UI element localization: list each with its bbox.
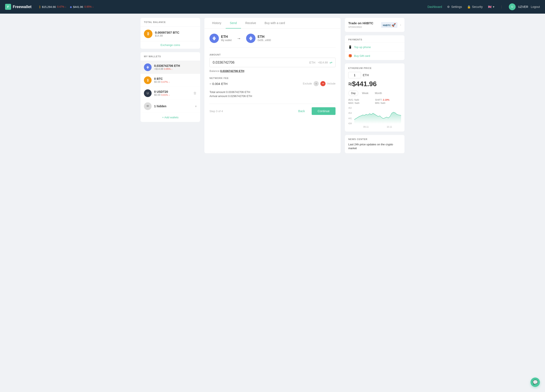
exclude-label: Exclude bbox=[303, 82, 312, 85]
price-tab-week[interactable]: Week bbox=[359, 91, 371, 96]
btc-wallet-icon: ₿ bbox=[144, 76, 152, 84]
hitbtc-label: Trade on HitBTC SPONSORED bbox=[348, 21, 378, 29]
balance-line: Balance 0.0336742706 ETH bbox=[210, 69, 335, 73]
balance-info: 0.00097307 BTC $14.88 bbox=[155, 31, 179, 37]
fee-plus-button[interactable]: + bbox=[314, 81, 319, 86]
chat-button[interactable]: 💬 bbox=[531, 378, 540, 387]
btc-circle-icon: ₿ bbox=[144, 30, 152, 38]
swap-icon[interactable]: ⇌ bbox=[329, 61, 332, 64]
delete-wallet-icon[interactable]: 🗑 bbox=[193, 91, 197, 95]
price-stats: AVG: NaN SHIFT: 2.19% MAX: NaN MIN: NaN bbox=[348, 98, 401, 104]
usdt-wallet-icon: U bbox=[144, 89, 152, 97]
amount-input-row[interactable]: 0.0336742706 ETH ≈$14.88 ⇌ bbox=[210, 58, 335, 67]
fee-row: − 0.004 ETH Exclude + − Include bbox=[210, 81, 335, 86]
logo-text: Freewallet bbox=[13, 5, 31, 9]
gift-card-item[interactable]: 🎁 Buy Gift card bbox=[345, 51, 404, 60]
news-panel: NEWS CENTER Last 24h price updates on th… bbox=[345, 135, 404, 153]
to-address: 0x09...e900 bbox=[258, 39, 271, 42]
language-selector[interactable]: 🇬🇧 ▾ bbox=[488, 5, 494, 8]
tab-receive[interactable]: Receive bbox=[241, 18, 260, 29]
left-column: TOTAL BALANCE ₿ 0.00097307 BTC $14.88 Ex… bbox=[141, 18, 200, 153]
fee-minus-button[interactable]: − bbox=[320, 81, 326, 86]
logo: F Freewallet bbox=[5, 4, 31, 10]
to-wallet-icon bbox=[246, 34, 255, 43]
btc-price-change: 0.47% ↓ bbox=[57, 5, 66, 8]
amount-value: 0.0336742706 bbox=[213, 61, 309, 64]
btc-usd: $0.00 0.47% ↓ bbox=[154, 80, 170, 83]
from-wallet-icon bbox=[210, 34, 219, 43]
nav-separator: | bbox=[501, 5, 502, 9]
nav-dashboard[interactable]: Dashboard bbox=[427, 5, 442, 8]
from-wallet: ETH My wallet bbox=[210, 34, 232, 43]
include-label: Include bbox=[327, 82, 335, 85]
avg-stat: AVG: NaN bbox=[348, 98, 374, 101]
min-stat: MIN: NaN bbox=[375, 102, 401, 104]
send-content: ETH My wallet → ETH 0x09...e900 bbox=[204, 29, 341, 120]
header: F Freewallet ₿ $15,294.66 0.47% ↓ ◆ $441… bbox=[0, 0, 545, 14]
wallet-item-hidden[interactable]: 👁 1 hidden ▾ bbox=[141, 100, 200, 113]
add-wallets-link[interactable]: + Add wallets bbox=[141, 113, 200, 122]
hidden-label: 1 hidden bbox=[154, 104, 167, 108]
tab-send[interactable]: Send bbox=[226, 18, 241, 29]
eth-wallet-info: 0.0336742706 ETH ≈$14.88 0.95% ↓ bbox=[154, 64, 180, 70]
amount-usd: ≈$14.88 bbox=[318, 61, 328, 64]
eth-usd: ≈$14.88 0.95% ↓ bbox=[154, 67, 180, 70]
my-wallets-label: MY WALLETS bbox=[141, 52, 200, 61]
continue-button[interactable]: Continue bbox=[312, 107, 335, 115]
nav-security[interactable]: 🔒 Security bbox=[467, 5, 483, 8]
wallets-panel: MY WALLETS 0.0336742706 ETH ≈$14.88 0.95… bbox=[141, 52, 200, 122]
sponsored-label: SPONSORED bbox=[348, 26, 362, 28]
tab-buy[interactable]: Buy with a card bbox=[260, 18, 289, 29]
chart-x-labels: 09.11 10.11 bbox=[354, 126, 401, 128]
main-content: TOTAL BALANCE ₿ 0.00097307 BTC $14.88 Ex… bbox=[136, 14, 409, 158]
usdt-wallet-info: 0 USDT20 $0.00 0.01% ↓ bbox=[154, 90, 170, 96]
btc-wallet-info: 0 BTC $0.00 0.47% ↓ bbox=[154, 77, 170, 83]
news-item[interactable]: Last 24h price updates on the crypto mar… bbox=[348, 143, 401, 150]
wallet-item-usdt[interactable]: U 0 USDT20 $0.00 0.01% ↓ 🗑 bbox=[141, 87, 200, 100]
balance-row: ₿ 0.00097307 BTC $14.88 bbox=[141, 27, 200, 41]
eth-price-display: ≈$441.96 bbox=[348, 80, 401, 88]
total-amount-line: Total amount 0.0336742706 ETH bbox=[210, 91, 335, 94]
total-usd-amount: $14.88 bbox=[155, 34, 179, 37]
back-button[interactable]: Back bbox=[294, 107, 309, 115]
send-arrow-icon: → bbox=[237, 36, 241, 41]
price-chart-svg bbox=[354, 107, 401, 124]
settings-icon: ⚙ bbox=[447, 5, 450, 8]
expand-hidden-icon[interactable]: ▾ bbox=[195, 104, 197, 108]
eth-qty-input[interactable] bbox=[348, 72, 361, 78]
total-balance-panel: TOTAL BALANCE ₿ 0.00097307 BTC $14.88 Ex… bbox=[141, 18, 200, 49]
fee-controls: Exclude + − Include bbox=[303, 81, 335, 86]
topup-phone-item[interactable]: 📱 Top up phone bbox=[345, 43, 404, 51]
arrival-amount-line: Arrival amount 0.0296742706 ETH bbox=[210, 94, 335, 98]
payments-header: PAYMENTS bbox=[345, 35, 404, 43]
nav-settings[interactable]: ⚙ Settings bbox=[447, 5, 462, 8]
user-section: U UZVER Logout bbox=[509, 3, 540, 10]
avatar: U bbox=[509, 3, 516, 10]
hidden-wallet-icon: 👁 bbox=[144, 102, 152, 110]
balance-value[interactable]: 0.0336742706 ETH bbox=[220, 69, 244, 73]
tabs-bar: History Send Receive Buy with a card bbox=[204, 18, 341, 29]
hitbtc-panel[interactable]: Trade on HitBTC SPONSORED HitBTC 🚀 › bbox=[345, 18, 404, 32]
from-subtitle: My wallet bbox=[221, 39, 232, 42]
to-wallet: ETH 0x09...e900 bbox=[246, 34, 271, 43]
eth-price-panel: ETHEREUM PRICE ETH ≈$441.96 Day Week Mon… bbox=[345, 63, 404, 132]
price-tab-month[interactable]: Month bbox=[372, 91, 385, 96]
eth-price-header: ETHEREUM PRICE bbox=[348, 67, 401, 69]
amount-label: AMOUNT bbox=[210, 53, 335, 56]
tab-history[interactable]: History bbox=[208, 18, 226, 29]
step-text: Step 3 of 4 bbox=[210, 110, 223, 113]
btc-price-item: ₿ $15,294.66 0.47% ↓ bbox=[39, 5, 66, 8]
eth-price-item: ◆ $441.96 0.95% ↓ bbox=[70, 5, 94, 8]
usdt-amount: 0 USDT20 bbox=[154, 90, 170, 93]
price-tab-day[interactable]: Day bbox=[348, 91, 358, 96]
amount-section: AMOUNT 0.0336742706 ETH ≈$14.88 ⇌ Balanc… bbox=[210, 53, 335, 73]
max-stat: MAX: NaN bbox=[348, 102, 374, 104]
logout-button[interactable]: Logout bbox=[531, 5, 540, 8]
wallet-item-eth[interactable]: 0.0336742706 ETH ≈$14.88 0.95% ↓ bbox=[141, 61, 200, 74]
logo-icon: F bbox=[5, 4, 11, 10]
amount-currency: ETH bbox=[309, 61, 315, 64]
wallet-item-btc[interactable]: ₿ 0 BTC $0.00 0.47% ↓ bbox=[141, 74, 200, 87]
eth-price-input-row: ETH bbox=[348, 72, 401, 78]
exchange-coins-link[interactable]: Exchange coins bbox=[141, 41, 200, 49]
eth-price-value: $441.96 bbox=[73, 5, 83, 8]
